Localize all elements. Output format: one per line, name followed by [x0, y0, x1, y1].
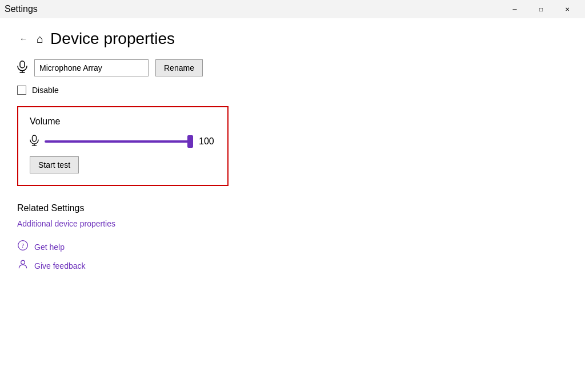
give-feedback-icon: [17, 258, 29, 273]
svg-point-8: [21, 260, 25, 264]
title-bar: Settings ─ □ ✕: [0, 0, 585, 18]
minimize-button[interactable]: ─: [502, 0, 528, 18]
volume-section: Volume 100 Start test: [17, 106, 229, 186]
title-bar-controls: ─ □ ✕: [502, 0, 580, 18]
close-button[interactable]: ✕: [554, 0, 580, 18]
device-name-row: Rename: [17, 59, 568, 76]
microphone-icon: [17, 60, 27, 76]
volume-value: 100: [199, 136, 216, 147]
give-feedback-link[interactable]: Give feedback: [34, 261, 86, 270]
title-bar-title: Settings: [5, 4, 38, 14]
device-name-input[interactable]: [34, 59, 149, 76]
get-help-item: ? Get help: [17, 240, 568, 254]
svg-rect-0: [20, 61, 25, 68]
disable-label: Disable: [32, 86, 59, 95]
volume-title: Volume: [30, 116, 216, 127]
rename-button[interactable]: Rename: [155, 59, 203, 76]
main-content: ← ⌂ Device properties Rename Disable Vol…: [0, 18, 585, 392]
back-icon: ←: [19, 34, 27, 43]
help-section: ? Get help Give feedback: [17, 240, 568, 273]
svg-text:?: ?: [22, 242, 25, 249]
related-settings-title: Related Settings: [17, 203, 568, 213]
page-header: ← ⌂ Device properties: [17, 30, 568, 48]
get-help-icon: ?: [17, 240, 29, 254]
additional-device-properties-link[interactable]: Additional device properties: [17, 219, 568, 228]
give-feedback-item: Give feedback: [17, 258, 568, 273]
volume-slider-container[interactable]: [45, 136, 193, 147]
back-button[interactable]: ←: [17, 32, 30, 46]
volume-mic-icon: [30, 135, 39, 148]
svg-rect-3: [32, 135, 36, 142]
disable-checkbox[interactable]: [17, 86, 26, 95]
volume-row: 100: [30, 135, 216, 148]
start-test-button[interactable]: Start test: [30, 156, 79, 173]
page-title: Device properties: [50, 30, 175, 48]
title-bar-left: Settings: [5, 4, 38, 14]
volume-slider-thumb[interactable]: [187, 135, 193, 148]
volume-slider-track: [45, 140, 193, 143]
home-icon: ⌂: [37, 33, 43, 46]
related-settings-section: Related Settings Additional device prope…: [17, 203, 568, 240]
disable-row: Disable: [17, 86, 568, 95]
get-help-link[interactable]: Get help: [34, 243, 65, 252]
maximize-button[interactable]: □: [528, 0, 554, 18]
